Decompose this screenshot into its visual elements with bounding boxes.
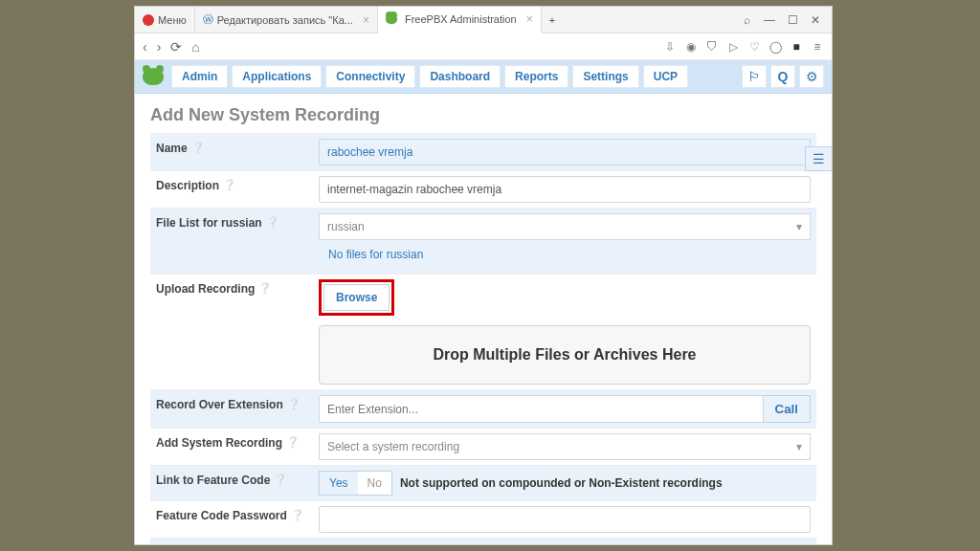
- reload-icon[interactable]: ⟳: [170, 39, 182, 55]
- call-button[interactable]: Call: [764, 395, 811, 423]
- language-select[interactable]: russian: [319, 213, 811, 240]
- browse-button[interactable]: Browse: [323, 284, 390, 311]
- help-icon[interactable]: ❔: [258, 282, 272, 382]
- format-list: alawg722gsmslnsln16sln48ulawwav: [319, 543, 811, 544]
- menu-ucp[interactable]: UCP: [643, 65, 688, 88]
- close-icon[interactable]: ×: [363, 13, 369, 27]
- help-icon[interactable]: ❔: [274, 474, 287, 493]
- dropzone[interactable]: Drop Multiple Files or Archives Here: [319, 325, 811, 385]
- close-icon[interactable]: ×: [526, 12, 533, 26]
- menu-connectivity[interactable]: Connectivity: [325, 65, 415, 88]
- menu-icon[interactable]: ≡: [811, 40, 824, 54]
- no-files-text: No files for russian: [319, 240, 811, 269]
- heart-icon[interactable]: ♡: [747, 40, 761, 54]
- help-icon[interactable]: ❔: [191, 142, 205, 163]
- user-icon[interactable]: ◯: [768, 40, 782, 54]
- browser-toolbar: ‹ › ⟳ ⌂ ⇩ ◉ ⛉ ▷ ♡ ◯ ■ ≡: [135, 33, 832, 60]
- label-addsystem: Add System Recording: [156, 436, 282, 457]
- maximize-icon[interactable]: ☐: [786, 13, 799, 27]
- browse-highlight: Browse: [319, 279, 394, 316]
- page-title: Add New System Recording: [150, 105, 816, 125]
- freepbx-logo-icon[interactable]: [143, 68, 164, 85]
- browser-tab[interactable]: ⓦРедактировать запись "Ка...×: [195, 7, 378, 33]
- language-icon[interactable]: 🏳: [742, 65, 767, 88]
- system-recording-select[interactable]: Select a system recording: [319, 433, 811, 460]
- feature-password-input[interactable]: [319, 506, 811, 533]
- menu-applications[interactable]: Applications: [232, 65, 322, 88]
- wordpress-icon: ⓦ: [203, 12, 213, 27]
- label-name: Name: [156, 142, 188, 163]
- download-icon[interactable]: ⇩: [663, 40, 677, 54]
- help-icon[interactable]: ❔: [291, 509, 304, 530]
- freepbx-icon: [386, 14, 397, 24]
- browser-titlebar: Меню ⓦРедактировать запись "Ка...× FreeP…: [135, 7, 832, 33]
- camera-icon[interactable]: ◉: [684, 40, 698, 54]
- gear-icon[interactable]: ⚙: [799, 65, 824, 88]
- label-description: Description: [156, 179, 219, 200]
- new-tab-button[interactable]: +: [542, 7, 563, 33]
- help-icon[interactable]: ❔: [287, 398, 301, 420]
- yesno-toggle[interactable]: YesNo: [319, 471, 392, 496]
- label-filelist: File List for russian: [156, 216, 262, 266]
- minimize-icon[interactable]: —: [763, 13, 776, 27]
- opera-icon: [143, 14, 154, 26]
- menu-settings[interactable]: Settings: [572, 65, 638, 88]
- forward-icon[interactable]: ›: [157, 39, 162, 55]
- shield-icon[interactable]: ⛉: [705, 40, 719, 54]
- help-icon[interactable]: ❔: [286, 436, 300, 457]
- browser-tab[interactable]: Меню: [135, 7, 195, 33]
- menu-reports[interactable]: Reports: [504, 65, 568, 88]
- app-menubar: Admin Applications Connectivity Dashboar…: [135, 60, 832, 94]
- extension-input[interactable]: [319, 395, 764, 423]
- label-upload: Upload Recording: [156, 282, 255, 382]
- home-icon[interactable]: ⌂: [191, 39, 199, 55]
- menu-dashboard[interactable]: Dashboard: [419, 65, 501, 88]
- search-icon[interactable]: ⌕: [740, 13, 753, 27]
- close-window-icon[interactable]: ✕: [809, 13, 822, 27]
- name-input[interactable]: [319, 139, 811, 165]
- back-icon[interactable]: ‹: [143, 39, 147, 55]
- search-button-icon[interactable]: Q: [770, 65, 795, 88]
- send-icon[interactable]: ▷: [726, 40, 740, 54]
- browser-tab-active[interactable]: FreePBX Administration×: [378, 7, 542, 33]
- list-fab-icon[interactable]: ☰: [805, 146, 832, 171]
- label-recordover: Record Over Extension: [156, 398, 283, 420]
- link-note: Not supported on compounded or Non-Exist…: [400, 476, 723, 490]
- help-icon[interactable]: ❔: [266, 216, 279, 266]
- description-input[interactable]: [319, 176, 811, 203]
- menu-admin[interactable]: Admin: [171, 65, 228, 88]
- video-icon[interactable]: ■: [790, 40, 803, 54]
- label-featurepassword: Feature Code Password: [156, 509, 287, 530]
- help-icon[interactable]: ❔: [223, 179, 236, 200]
- label-linkfeature: Link to Feature Code: [156, 474, 270, 493]
